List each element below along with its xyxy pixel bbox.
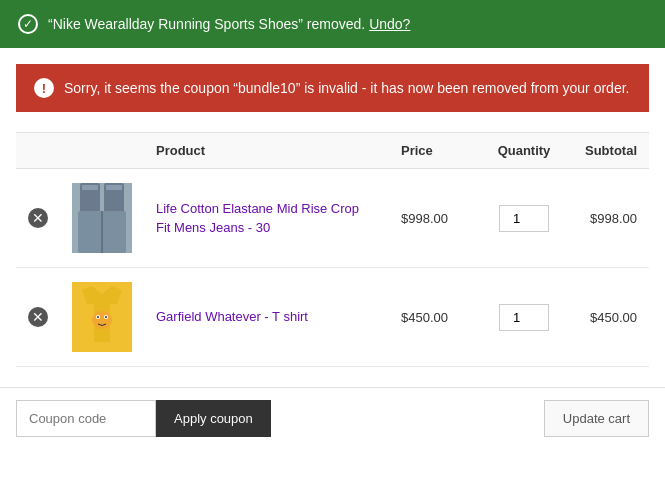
qty-cell-2: [479, 268, 569, 367]
col-product-header: Product: [144, 133, 389, 169]
price-cell-2: $450.00: [389, 268, 479, 367]
qty-input-2[interactable]: [499, 304, 549, 331]
error-banner: ! Sorry, it seems the coupon “bundle10” …: [16, 64, 649, 112]
col-price-header: Price: [389, 133, 479, 169]
cart-table-wrapper: Product Price Quantity Subtotal ✕: [0, 132, 665, 367]
success-text: “Nike Wearallday Running Sports Shoes” r…: [48, 16, 410, 32]
qty-input-1[interactable]: [499, 205, 549, 232]
svg-rect-6: [106, 185, 122, 190]
product-link-1[interactable]: Life Cotton Elastane Mid Rise Crop Fit M…: [156, 201, 359, 236]
product-image-jeans: [72, 183, 132, 253]
cart-table: Product Price Quantity Subtotal ✕: [16, 132, 649, 367]
col-subtotal-header: Subtotal: [569, 133, 649, 169]
subtotal-cell-1: $998.00: [569, 169, 649, 268]
product-link-2[interactable]: Garfield Whatever - T shirt: [156, 309, 308, 324]
coupon-input[interactable]: [16, 400, 156, 437]
product-name-cell-2: Garfield Whatever - T shirt: [144, 268, 389, 367]
product-name-cell-1: Life Cotton Elastane Mid Rise Crop Fit M…: [144, 169, 389, 268]
qty-cell-1: [479, 169, 569, 268]
thumb-cell-2: [60, 268, 144, 367]
table-row: ✕: [16, 268, 649, 367]
col-remove-header: [16, 133, 60, 169]
remove-button-2[interactable]: ✕: [28, 307, 48, 327]
success-icon: [18, 14, 38, 34]
table-header-row: Product Price Quantity Subtotal: [16, 133, 649, 169]
apply-coupon-button[interactable]: Apply coupon: [156, 400, 271, 437]
warning-icon: !: [34, 78, 54, 98]
svg-point-12: [97, 316, 99, 318]
price-cell-1: $998.00: [389, 169, 479, 268]
subtotal-cell-2: $450.00: [569, 268, 649, 367]
col-thumb-header: [60, 133, 144, 169]
undo-link[interactable]: Undo?: [369, 16, 410, 32]
coupon-area: Apply coupon: [16, 400, 271, 437]
remove-cell-2: ✕: [16, 268, 60, 367]
update-cart-button[interactable]: Update cart: [544, 400, 649, 437]
col-quantity-header: Quantity: [479, 133, 569, 169]
remove-cell-1: ✕: [16, 169, 60, 268]
table-row: ✕: [16, 169, 649, 268]
svg-point-13: [105, 316, 107, 318]
error-text: Sorry, it seems the coupon “bundle10” is…: [64, 80, 629, 96]
thumb-cell-1: [60, 169, 144, 268]
product-image-tshirt: [72, 282, 132, 352]
remove-button-1[interactable]: ✕: [28, 208, 48, 228]
svg-rect-5: [82, 185, 98, 190]
svg-point-9: [92, 311, 112, 329]
success-banner: “Nike Wearallday Running Sports Shoes” r…: [0, 0, 665, 48]
cart-actions: Apply coupon Update cart: [0, 387, 665, 449]
